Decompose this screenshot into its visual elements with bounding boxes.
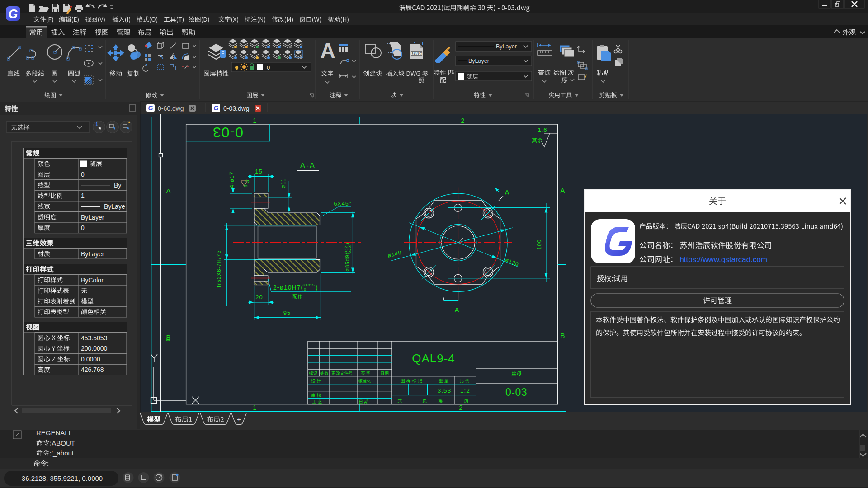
svg-text:426.768: 426.768	[81, 366, 104, 373]
svg-text:ø85d9(: ø85d9(	[344, 253, 350, 272]
svg-text:0: 0	[267, 64, 270, 71]
svg-text:A: A	[560, 187, 565, 194]
svg-text:0: 0	[81, 224, 85, 231]
svg-text:1:2: 1:2	[460, 387, 470, 394]
svg-text:3.53: 3.53	[438, 387, 451, 394]
svg-text:0-03: 0-03	[505, 386, 527, 398]
svg-text:A: A	[320, 39, 335, 62]
svg-text:4-ø17: 4-ø17	[229, 172, 235, 188]
svg-text:G: G	[214, 104, 219, 112]
svg-text:2: 2	[461, 117, 465, 124]
svg-text:0.0000: 0.0000	[81, 356, 100, 363]
svg-text:1.6: 1.6	[538, 127, 547, 133]
svg-text:95: 95	[283, 310, 291, 316]
svg-text:DWG: DWG	[411, 51, 422, 56]
svg-text:): )	[316, 284, 318, 291]
svg-text:By: By	[114, 182, 121, 189]
svg-text:ByLayer: ByLayer	[496, 43, 517, 50]
svg-text:-36.2128, 355.9221, 0.0000: -36.2128, 355.9221, 0.0000	[19, 474, 103, 482]
svg-text:1: 1	[81, 192, 85, 199]
svg-text:A-A: A-A	[300, 161, 316, 170]
svg-text:20: 20	[255, 294, 263, 300]
svg-text:ByColor: ByColor	[81, 277, 104, 284]
svg-text:G: G	[8, 7, 18, 21]
svg-text:2-ø10H7(: 2-ø10H7(	[273, 284, 303, 291]
svg-text:0-03: 0-03	[212, 124, 243, 141]
svg-text:15: 15	[255, 168, 262, 175]
svg-text:0: 0	[81, 171, 85, 178]
svg-text:ø11: ø11	[280, 178, 287, 188]
svg-text:A: A	[166, 187, 171, 195]
svg-text:ByLayer: ByLayer	[81, 214, 104, 221]
svg-text:G: G	[148, 104, 153, 112]
svg-text:REGENALL: REGENALL	[36, 429, 72, 436]
svg-text:A: A	[454, 306, 459, 314]
svg-text:ByLayer: ByLayer	[468, 58, 489, 64]
svg-text:6X45°: 6X45°	[334, 201, 351, 207]
svg-text:1: 1	[253, 404, 257, 411]
svg-text:1: 1	[253, 117, 257, 124]
svg-text:1: 1	[95, 122, 98, 127]
svg-text:100: 100	[536, 239, 542, 249]
svg-text:0-60.dwg: 0-60.dwg	[158, 105, 184, 112]
svg-text:ByLayer: ByLayer	[81, 250, 104, 258]
svg-text:B: B	[560, 332, 565, 339]
svg-text:2: 2	[459, 404, 463, 411]
svg-text:453.5053: 453.5053	[81, 334, 108, 342]
svg-text:ABOUT: ABOUT	[52, 439, 75, 447]
svg-text:+: +	[237, 415, 241, 423]
svg-text:B: B	[166, 333, 171, 341]
svg-text:Tr52X6-7H/7e: Tr52X6-7H/7e	[216, 250, 222, 288]
svg-text:https://www.gstarcad.com: https://www.gstarcad.com	[679, 255, 767, 264]
svg-text:-0.207: -0.207	[348, 244, 352, 254]
svg-text:'_about: '_about	[52, 449, 74, 457]
svg-text:200.0000: 200.0000	[81, 345, 108, 352]
svg-text:0-03.dwg: 0-03.dwg	[223, 105, 250, 112]
svg-text:0: 0	[304, 287, 306, 291]
svg-text:ByLaye: ByLaye	[104, 203, 125, 210]
svg-text:): )	[344, 243, 350, 244]
svg-text:A: A	[505, 188, 509, 196]
svg-text:QAL9-4: QAL9-4	[412, 352, 455, 365]
